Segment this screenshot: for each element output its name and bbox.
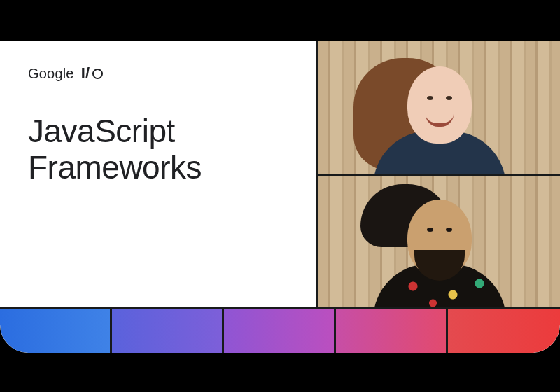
speaker-headshot	[373, 200, 506, 307]
rainbow-seg-blue	[0, 309, 112, 353]
rainbow-seg-pink	[336, 309, 448, 353]
letterbox-top	[0, 0, 560, 41]
brand-name: Google	[28, 66, 74, 82]
letterbox-bottom	[0, 353, 560, 392]
rainbow-seg-indigo	[112, 309, 224, 353]
speaker-bottom	[318, 174, 560, 308]
io-logo: I/	[81, 64, 104, 83]
io-circle-icon	[92, 69, 103, 79]
video-title-card: Google I/ JavaScript Frameworks	[0, 41, 560, 353]
title-line-2: Frameworks	[28, 149, 202, 186]
rainbow-seg-purple	[224, 309, 336, 353]
content-grid: Google I/ JavaScript Frameworks	[0, 41, 560, 309]
speaker-headshot	[373, 66, 506, 174]
rainbow-seg-red	[448, 309, 560, 353]
speaker-top	[318, 41, 560, 174]
rainbow-footer	[0, 309, 560, 353]
brand-lockup: Google I/	[28, 64, 288, 83]
title-line-1: JavaScript	[28, 113, 175, 149]
text-panel: Google I/ JavaScript Frameworks	[0, 41, 318, 307]
talk-title: JavaScript Frameworks	[28, 113, 288, 186]
io-slash-icon: I/	[81, 64, 90, 83]
speakers-grid	[318, 41, 560, 307]
